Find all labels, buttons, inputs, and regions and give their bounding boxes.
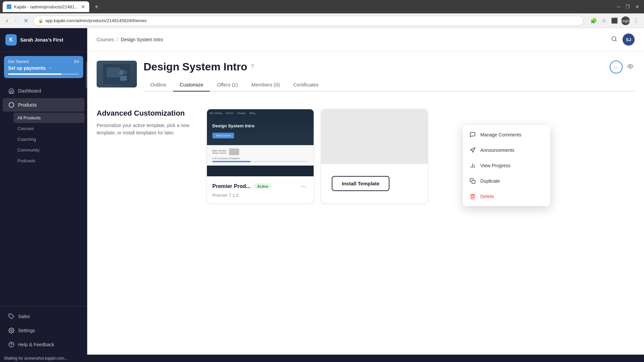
sidebar-item-help[interactable]: Help & Feedback	[3, 338, 85, 351]
manage-comments-label: Manage Comments	[480, 132, 521, 137]
product-title: Design System Intro	[144, 61, 247, 73]
dropdown-menu: Manage Comments Announcements View Progr…	[463, 125, 550, 206]
bar-chart-icon	[469, 162, 476, 169]
install-template-button[interactable]: Install Template	[332, 176, 389, 191]
get-started-label: Get Started	[8, 59, 29, 64]
more-options-button[interactable]: ···	[610, 61, 623, 73]
template-menu-button[interactable]: ···	[299, 182, 308, 191]
sidebar-item-products[interactable]: Products	[3, 98, 85, 112]
preview-button[interactable]	[626, 61, 635, 73]
browser-tab[interactable]: Kajabi - /admin/products/21481... ✕	[3, 1, 89, 12]
svg-point-10	[123, 70, 127, 74]
sidebar: K Sarah Jonas's First Get Started 3/4 Se…	[0, 28, 87, 355]
eye-icon	[627, 63, 633, 69]
home-icon	[8, 88, 14, 94]
view-progress-item[interactable]: View Progress	[463, 158, 550, 173]
megaphone-icon	[469, 146, 476, 154]
sidebar-item-products-label: Products	[18, 102, 37, 108]
tag-icon	[8, 313, 14, 319]
bookmark-button[interactable]: ☆	[600, 16, 608, 25]
preview-hero-btn: Start Course	[212, 133, 234, 138]
tab-certificates[interactable]: Certificates	[286, 78, 325, 92]
trash-icon	[469, 193, 476, 200]
minimize-button[interactable]: ─	[615, 3, 622, 11]
preview-module-thumbnail	[229, 148, 239, 155]
template-preview-premier: My Library Home Design Blog Design Syste…	[207, 109, 314, 176]
delete-item[interactable]: Delete	[463, 189, 550, 204]
view-progress-label: View Progress	[480, 163, 511, 168]
sidebar-item-courses[interactable]: Courses	[13, 123, 85, 134]
help-circle-icon	[8, 342, 14, 348]
preview-hero-title: Design System Intro	[212, 123, 308, 128]
sidebar-item-community[interactable]: Community	[13, 145, 85, 155]
tab-offers[interactable]: Offers (1)	[210, 78, 245, 92]
breadcrumb-current: Design System Intro	[121, 37, 163, 42]
reload-button[interactable]: ✕	[21, 16, 31, 26]
preview-enrollment-text: 0 of 3 Lessons Completed	[212, 157, 308, 160]
main-content: Courses / Design System Intro SJ ···	[87, 28, 644, 355]
maximize-button[interactable]: ❐	[624, 3, 632, 11]
help-icon[interactable]: ?	[251, 63, 254, 70]
customization-layout: Advanced Customization Personalize your …	[97, 109, 635, 203]
new-tab-button[interactable]: +	[92, 2, 101, 12]
tab-outline[interactable]: Outline	[144, 78, 173, 92]
tab-members[interactable]: Members (0)	[245, 78, 286, 92]
sidebar-item-dashboard[interactable]: Dashboard	[3, 84, 85, 98]
breadcrumb-separator: /	[117, 37, 118, 42]
preview-progress-fill	[212, 161, 251, 162]
preview-module-subtext: Week Lesson	[212, 152, 226, 154]
sidebar-item-sales[interactable]: Sales	[3, 310, 85, 323]
templates-area: My Library Home Design Blog Design Syste…	[207, 109, 635, 203]
arrow-icon: →	[48, 65, 52, 71]
svg-point-6	[630, 66, 631, 67]
get-started-link[interactable]: Set up payments →	[8, 65, 79, 71]
content-area: ···	[87, 51, 644, 355]
lock-icon: 🔒	[38, 18, 43, 23]
avatar[interactable]: SJ	[623, 34, 635, 46]
close-button[interactable]: ✕	[633, 3, 641, 11]
get-started-link-text: Set up payments	[8, 65, 46, 71]
extensions-button[interactable]: 🧩	[589, 16, 598, 25]
svg-rect-8	[107, 67, 120, 77]
preview-nav-design: Design	[237, 112, 246, 115]
get-started-count: 3/4	[73, 59, 79, 64]
forward-button[interactable]: ›	[13, 16, 19, 25]
sidebar-item-podcasts[interactable]: Podcasts	[13, 156, 85, 166]
box-icon	[8, 102, 14, 108]
tab-customize[interactable]: Customize	[173, 78, 210, 92]
sidebar-item-settings[interactable]: Settings	[3, 324, 85, 337]
status-bar: Waiting for screenshot.kajabi.com...	[0, 355, 644, 362]
thumbnail-illustration	[103, 64, 130, 84]
svg-rect-15	[472, 180, 475, 184]
template-card-premier: My Library Home Design Blog Design Syste…	[207, 109, 314, 203]
template-name: Premier Prod...	[212, 183, 251, 189]
close-tab-icon[interactable]: ✕	[81, 4, 85, 10]
kajabi-logo[interactable]: K	[5, 34, 17, 46]
site-name: Sarah Jonas's First	[20, 37, 63, 43]
announcements-item[interactable]: Announcements	[463, 142, 550, 158]
sidebar-item-all-products[interactable]: All Products	[13, 113, 85, 123]
address-bar[interactable]: 🔒 app.kajabi.com/admin/products/21481456…	[33, 16, 584, 26]
sidebar-item-sales-label: Sales	[18, 314, 30, 319]
search-button[interactable]	[610, 35, 619, 45]
three-dots-icon: ···	[613, 64, 619, 71]
tab-favicon	[7, 4, 11, 9]
manage-comments-item[interactable]: Manage Comments	[463, 127, 550, 142]
active-badge: Active	[254, 183, 272, 189]
svg-point-1	[11, 330, 12, 331]
tab-title: Kajabi - /admin/products/21481...	[14, 4, 78, 9]
get-started-card[interactable]: Get Started 3/4 Set up payments →	[4, 56, 83, 78]
sidebar-item-coaching[interactable]: Coaching	[13, 134, 85, 144]
main-header: Courses / Design System Intro SJ	[87, 28, 644, 51]
menu-button[interactable]: ⋮	[632, 16, 640, 25]
sidebar-header: K Sarah Jonas's First	[0, 28, 87, 52]
product-tabs: Outline Customize Offers (1) Members (0)…	[144, 78, 635, 92]
profile-button[interactable]: Incognito	[621, 16, 630, 25]
breadcrumb-courses[interactable]: Courses	[97, 37, 114, 42]
preview-nav-blog: Blog	[250, 112, 255, 115]
product-header: Design System Intro ? Outline Customize …	[97, 61, 635, 101]
duplicate-item[interactable]: Duplicate	[463, 173, 550, 189]
browser-nav: ‹ › ✕ 🔒 app.kajabi.com/admin/products/21…	[0, 13, 644, 28]
back-button[interactable]: ‹	[4, 16, 10, 25]
announcements-label: Announcements	[480, 147, 514, 153]
